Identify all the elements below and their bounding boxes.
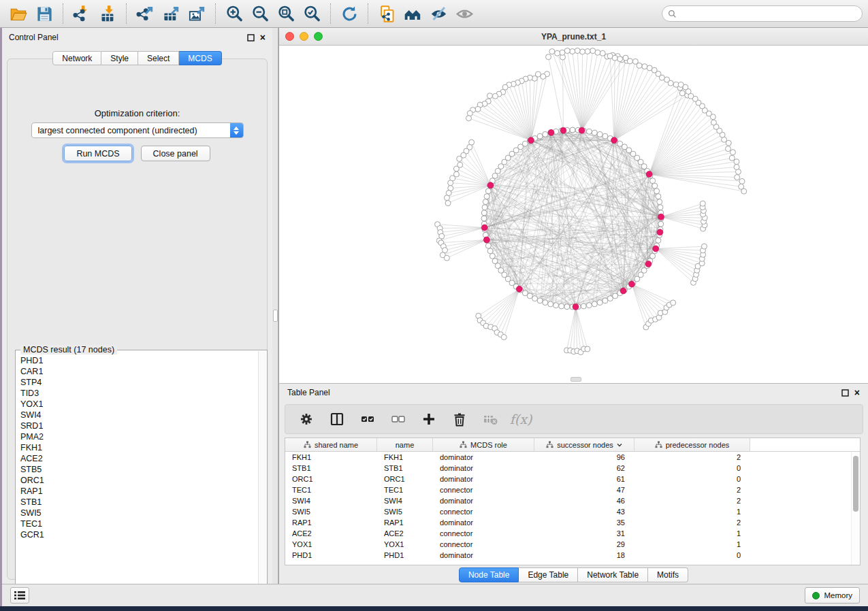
cell-predecessor-nodes[interactable]: 1 (634, 506, 750, 517)
cell-name[interactable]: RAP1 (377, 517, 433, 528)
network-node[interactable] (701, 244, 707, 249)
cell-name[interactable]: STB1 (377, 463, 433, 474)
network-edge[interactable] (649, 135, 723, 174)
network-node[interactable] (501, 335, 507, 340)
vertical-splitter[interactable] (272, 28, 278, 584)
cell-successor-nodes[interactable]: 29 (534, 539, 634, 550)
mcds-node[interactable] (487, 182, 494, 188)
show-columns-button[interactable] (327, 409, 347, 429)
network-node[interactable] (467, 111, 472, 116)
network-node[interactable] (541, 73, 546, 79)
network-titlebar[interactable]: YPA_prune.txt_1 (279, 28, 868, 46)
cell-predecessor-nodes[interactable]: 2 (634, 517, 750, 528)
cell-shared-name[interactable]: RAP1 (285, 517, 377, 528)
task-history-button[interactable] (10, 587, 29, 604)
network-node[interactable] (600, 50, 605, 56)
network-node[interactable] (726, 140, 731, 146)
network-edge[interactable] (649, 158, 733, 174)
network-node[interactable] (729, 155, 735, 161)
cell-name[interactable]: ORC1 (377, 474, 433, 484)
network-node[interactable] (570, 49, 575, 54)
network-edge[interactable] (576, 307, 588, 349)
network-edge[interactable] (582, 52, 583, 131)
horizontal-splitter-grip[interactable] (570, 377, 581, 382)
mcds-result-item[interactable]: TEC1 (20, 518, 258, 529)
float-panel-icon[interactable] (247, 34, 255, 42)
cell-successor-nodes[interactable]: 18 (534, 550, 634, 561)
network-node[interactable] (564, 304, 570, 310)
mcds-result-item[interactable]: PMA2 (20, 431, 258, 442)
network-edge[interactable] (610, 56, 614, 140)
network-node[interactable] (483, 199, 488, 205)
network-node[interactable] (739, 184, 744, 189)
mcds-node[interactable] (516, 286, 522, 292)
cell-name[interactable]: TEC1 (377, 484, 433, 495)
cell-successor-nodes[interactable]: 61 (534, 474, 634, 484)
network-node[interactable] (448, 180, 453, 186)
network-edge[interactable] (582, 51, 593, 131)
network-node[interactable] (585, 49, 590, 54)
mcds-result-item[interactable]: YOX1 (20, 399, 258, 410)
network-edge[interactable] (632, 284, 665, 312)
cell-predecessor-nodes[interactable]: 2 (634, 495, 750, 506)
network-canvas[interactable] (279, 46, 868, 383)
column-header-predecessor-nodes[interactable]: predecessor nodes (634, 438, 750, 451)
export-network-button[interactable] (132, 2, 158, 25)
network-node[interactable] (607, 296, 613, 301)
network-node[interactable] (734, 159, 739, 165)
network-node[interactable] (527, 293, 532, 299)
mcds-result-item[interactable]: ORC1 (20, 475, 258, 486)
network-edge[interactable] (649, 84, 681, 174)
run-mcds-button[interactable]: Run MCDS (64, 146, 131, 161)
cell-MCDS-role[interactable]: dominator (433, 463, 534, 474)
network-node[interactable] (485, 188, 491, 194)
network-edge[interactable] (649, 96, 691, 174)
network-edge[interactable] (438, 225, 485, 228)
network-node[interactable] (481, 216, 487, 221)
network-edge[interactable] (456, 169, 490, 185)
network-edge[interactable] (649, 110, 705, 174)
mcds-node[interactable] (481, 225, 487, 231)
cell-name[interactable]: ACE2 (377, 528, 433, 539)
network-node[interactable] (650, 253, 656, 259)
export-table-button[interactable] (158, 2, 184, 25)
cell-MCDS-role[interactable]: dominator (433, 495, 534, 506)
search-input[interactable] (680, 9, 856, 18)
network-edge[interactable] (495, 96, 531, 140)
network-node[interactable] (444, 195, 449, 201)
mcds-node[interactable] (628, 281, 634, 287)
zoom-in-button[interactable] (221, 2, 247, 25)
tab-node-table[interactable]: Node Table (459, 567, 519, 582)
network-node[interactable] (678, 82, 684, 87)
network-node[interactable] (658, 205, 663, 210)
cell-successor-nodes[interactable]: 43 (534, 506, 634, 517)
mcds-result-list[interactable]: PHD1CAR1STP4TID3YOX1SWI4SRD1PMA2FKH1ACE2… (16, 352, 258, 600)
network-node[interactable] (679, 90, 685, 96)
network-edge[interactable] (661, 217, 703, 229)
network-node[interactable] (725, 146, 730, 152)
mcds-result-item[interactable]: SRD1 (20, 420, 258, 431)
splitter-grip[interactable] (273, 310, 278, 322)
network-node[interactable] (658, 221, 664, 227)
mcds-result-item[interactable]: STB1 (20, 497, 258, 508)
cell-predecessor-nodes[interactable]: 1 (634, 528, 750, 539)
mcds-node[interactable] (611, 137, 617, 144)
cell-MCDS-role[interactable]: dominator (433, 550, 534, 561)
cell-predecessor-nodes[interactable]: 0 (634, 463, 750, 474)
network-node[interactable] (546, 54, 551, 60)
cell-successor-nodes[interactable]: 46 (534, 495, 634, 506)
network-node[interactable] (586, 303, 592, 308)
network-node[interactable] (581, 303, 586, 309)
cell-predecessor-nodes[interactable]: 1 (634, 539, 750, 550)
network-node[interactable] (656, 237, 661, 243)
network-edge[interactable] (480, 105, 531, 140)
network-node[interactable] (700, 201, 705, 206)
network-edge[interactable] (649, 91, 688, 174)
cell-shared-name[interactable]: TEC1 (285, 484, 377, 495)
network-edge[interactable] (480, 289, 519, 320)
import-network-button[interactable] (69, 2, 95, 25)
network-node[interactable] (656, 194, 661, 199)
cell-MCDS-role[interactable]: connector (433, 484, 534, 495)
network-node[interactable] (730, 150, 735, 155)
table-row[interactable]: ORC1ORC1dominator610 (285, 474, 860, 484)
